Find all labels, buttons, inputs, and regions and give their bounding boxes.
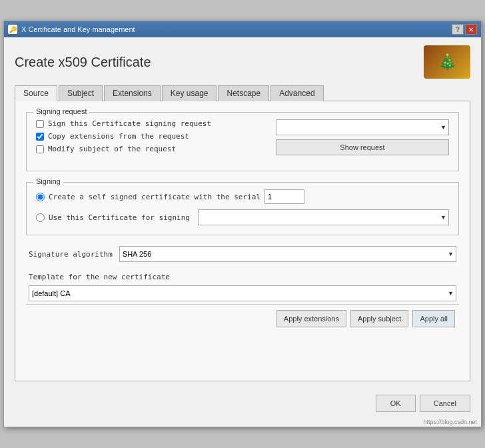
sign-csr-row: Sign this Certificate signing request [36, 119, 270, 128]
window-title: X Certificate and Key management [21, 25, 135, 33]
cert-dropdown-wrapper [198, 209, 449, 225]
tab-source[interactable]: Source [15, 85, 57, 101]
cancel-button[interactable]: Cancel [420, 395, 470, 412]
close-button[interactable]: ✕ [465, 24, 477, 35]
tab-subject[interactable]: Subject [59, 85, 103, 101]
apply-extensions-button[interactable]: Apply extensions [276, 310, 346, 327]
self-signed-label: Create a self signed certificate with th… [49, 193, 260, 201]
template-select[interactable]: [default] CA [default] TLS Server [defau… [29, 285, 456, 301]
sign-csr-label: Sign this Certificate signing request [48, 119, 211, 128]
template-label: Template for the new certificate [29, 273, 456, 281]
signing-request-checkboxes: Sign this Certificate signing request Co… [36, 119, 270, 157]
signing-request-label: Signing request [33, 107, 89, 115]
dialog-footer: OK Cancel [4, 389, 481, 419]
show-request-button[interactable]: Show request [276, 139, 449, 155]
self-signed-row: Create a self signed certificate with th… [36, 189, 449, 204]
title-bar-left: 🔑 X Certificate and Key management [8, 25, 135, 34]
apply-all-button[interactable]: Apply all [412, 310, 455, 327]
main-window: 🔑 X Certificate and Key management ? ✕ C… [3, 21, 482, 427]
use-cert-row: Use this Certificate for signing [36, 209, 449, 225]
tab-content: Signing request Sign this Certificate si… [15, 101, 470, 381]
tab-netscape[interactable]: Netscape [218, 85, 269, 101]
page-title-row: Create x509 Certificate 🎄 [15, 45, 470, 79]
ok-button[interactable]: OK [376, 395, 416, 412]
tab-key-usage[interactable]: Key usage [162, 85, 217, 101]
tab-extensions[interactable]: Extensions [104, 85, 161, 101]
signing-request-section: Signing request Sign this Certificate si… [26, 112, 459, 171]
use-cert-radio[interactable] [36, 213, 45, 222]
modify-subject-checkbox[interactable] [36, 145, 44, 153]
window-controls: ? ✕ [452, 24, 477, 35]
tab-bar: Source Subject Extensions Key usage Nets… [15, 85, 470, 101]
template-wrapper: [default] CA [default] TLS Server [defau… [29, 285, 456, 301]
copy-extensions-label: Copy extensions from the request [48, 132, 189, 141]
page-title: Create x509 Certificate [15, 55, 151, 70]
copy-extensions-checkbox[interactable] [36, 133, 44, 141]
signature-algorithm-select[interactable]: SHA 256 SHA 384 SHA 512 MD5 [119, 246, 456, 262]
use-cert-label: Use this Certificate for signing [49, 213, 190, 222]
serial-input[interactable] [264, 189, 304, 204]
cert-dropdown[interactable] [198, 209, 449, 225]
self-signed-radio[interactable] [36, 193, 45, 201]
modify-subject-row: Modify subject of the request [36, 145, 270, 153]
modify-subject-label: Modify subject of the request [48, 145, 176, 153]
signing-section: Signing Create a self signed certificate… [26, 182, 459, 235]
watermark: https://blog.csdn.net [4, 419, 481, 427]
template-section: Template for the new certificate [defaul… [26, 273, 459, 301]
tab-advanced[interactable]: Advanced [270, 85, 323, 101]
title-bar: 🔑 X Certificate and Key management ? ✕ [4, 21, 481, 37]
signature-algorithm-row: Signature algorithm SHA 256 SHA 384 SHA … [26, 246, 459, 262]
help-button[interactable]: ? [452, 24, 464, 35]
signing-request-row: Sign this Certificate signing request Co… [36, 119, 449, 157]
apply-subject-button[interactable]: Apply subject [350, 310, 408, 327]
signing-request-controls: Show request [276, 119, 449, 155]
copy-extensions-row: Copy extensions from the request [36, 132, 270, 141]
apply-buttons-row: Apply extensions Apply subject Apply all [26, 304, 459, 331]
signature-algorithm-wrapper: SHA 256 SHA 384 SHA 512 MD5 [119, 246, 456, 262]
content-area: Create x509 Certificate 🎄 Source Subject… [4, 37, 481, 389]
signature-algorithm-label: Signature algorithm [29, 250, 113, 259]
csr-dropdown-wrapper [276, 119, 449, 135]
signing-label: Signing [33, 177, 63, 185]
page-icon: 🎄 [424, 45, 470, 79]
csr-dropdown[interactable] [276, 119, 449, 135]
window-icon: 🔑 [8, 25, 17, 34]
sign-csr-checkbox[interactable] [36, 120, 44, 128]
